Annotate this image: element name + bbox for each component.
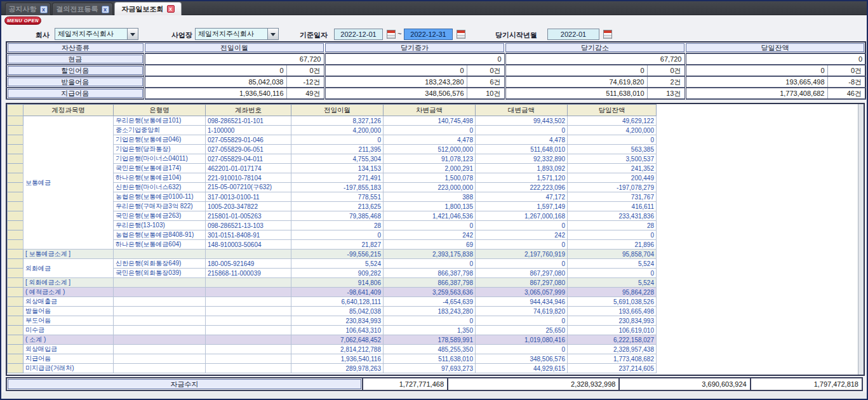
row-selector-cell[interactable] bbox=[8, 164, 23, 173]
bank-name-cell[interactable]: 국민은행(외화통장039) bbox=[114, 269, 206, 278]
amount-cell[interactable]: 47,172 bbox=[476, 192, 568, 202]
amount-cell[interactable]: 211,395 bbox=[291, 145, 384, 154]
row-selector-cell[interactable] bbox=[8, 335, 23, 345]
amount-cell[interactable]: 8,327,126 bbox=[291, 116, 384, 126]
date-from-input[interactable]: 2022-12-01 bbox=[334, 29, 383, 40]
amount-cell[interactable]: 388 bbox=[384, 192, 476, 202]
tab-voucher-entry[interactable]: 결의전표등록 x bbox=[52, 3, 113, 15]
account-number-cell[interactable] bbox=[206, 297, 291, 307]
chevron-down-icon[interactable] bbox=[127, 29, 138, 39]
amount-cell[interactable]: 241,352 bbox=[568, 164, 657, 173]
amount-cell[interactable]: 4,200,000 bbox=[291, 126, 384, 135]
amount-cell[interactable]: -99,556,215 bbox=[291, 250, 384, 259]
bank-name-cell[interactable] bbox=[114, 278, 206, 288]
account-name-cell[interactable]: 받을어음 bbox=[23, 307, 114, 316]
amount-cell[interactable]: 242 bbox=[384, 230, 476, 240]
amount-cell[interactable]: 1,936,540,116 bbox=[291, 354, 384, 364]
row-selector-cell[interactable] bbox=[8, 192, 23, 202]
amount-cell[interactable]: 0 bbox=[384, 259, 476, 269]
account-name-cell[interactable]: 외상매출금 bbox=[23, 297, 114, 307]
amount-cell[interactable]: 2,814,212,788 bbox=[291, 345, 384, 354]
amount-cell[interactable]: 778,551 bbox=[291, 192, 384, 202]
row-selector-cell[interactable] bbox=[8, 250, 23, 259]
amount-cell[interactable]: 21,896 bbox=[568, 240, 657, 250]
amount-cell[interactable]: 731,767 bbox=[568, 192, 657, 202]
menu-open-button[interactable]: MENU OPEN bbox=[4, 17, 41, 25]
amount-cell[interactable]: 0 bbox=[476, 345, 568, 354]
table-row[interactable]: 미수금106,643,3101,35025,650106,619,010 bbox=[8, 326, 657, 335]
amount-cell[interactable]: 222,223,096 bbox=[476, 183, 568, 192]
amount-cell[interactable]: 416,611 bbox=[568, 202, 657, 211]
amount-cell[interactable]: 0 bbox=[291, 135, 384, 145]
bank-name-cell[interactable] bbox=[114, 307, 206, 316]
amount-cell[interactable]: 134,153 bbox=[291, 164, 384, 173]
table-row[interactable]: 보통예금우리은행(보통예금101)098-286521-01-1018,327,… bbox=[8, 116, 657, 126]
row-selector-cell[interactable] bbox=[8, 316, 23, 326]
amount-cell[interactable]: 7,062,648,452 bbox=[291, 335, 384, 345]
account-number-cell[interactable]: 180-005-921649 bbox=[206, 259, 291, 269]
amount-cell[interactable]: 183,243,280 bbox=[384, 307, 476, 316]
amount-cell[interactable]: 69 bbox=[384, 240, 476, 250]
amount-cell[interactable]: 6,222,158,027 bbox=[568, 335, 657, 345]
amount-cell[interactable]: 4,755,304 bbox=[291, 154, 384, 164]
amount-cell[interactable]: 867,297,080 bbox=[476, 278, 568, 288]
row-selector-cell[interactable] bbox=[8, 202, 23, 211]
bank-name-cell[interactable]: 기업은행(마이너스04011) bbox=[114, 154, 206, 164]
amount-cell[interactable]: 0 bbox=[568, 135, 657, 145]
amount-cell[interactable]: 233,431,836 bbox=[568, 211, 657, 221]
amount-cell[interactable]: 348,506,576 bbox=[476, 354, 568, 364]
date-to-input[interactable]: 2022-12-31 bbox=[404, 29, 453, 40]
amount-cell[interactable]: 44,929,615 bbox=[476, 364, 568, 373]
close-icon[interactable]: x bbox=[40, 6, 48, 13]
vertical-scrollbar[interactable] bbox=[858, 104, 864, 375]
amount-cell[interactable]: 3,065,057,999 bbox=[476, 288, 568, 297]
table-row[interactable]: 부도어음230,834,99300230,834,993 bbox=[8, 316, 657, 326]
bank-name-cell[interactable] bbox=[114, 345, 206, 354]
amount-cell[interactable]: 6,640,128,111 bbox=[291, 297, 384, 307]
calendar-icon[interactable] bbox=[457, 30, 465, 39]
amount-cell[interactable]: 1,893,092 bbox=[476, 164, 568, 173]
amount-cell[interactable]: 237,214,605 bbox=[568, 364, 657, 373]
row-selector-cell[interactable] bbox=[8, 154, 23, 164]
account-number-cell[interactable] bbox=[206, 250, 291, 259]
amount-cell[interactable]: 0 bbox=[291, 230, 384, 240]
account-number-cell[interactable] bbox=[206, 354, 291, 364]
amount-cell[interactable]: 289,978,263 bbox=[291, 364, 384, 373]
account-number-cell[interactable] bbox=[206, 278, 291, 288]
amount-cell[interactable]: -4,654,639 bbox=[384, 297, 476, 307]
bank-name-cell[interactable]: 농협은행(보통예금8408-91) bbox=[114, 230, 206, 240]
amount-cell[interactable]: 909,282 bbox=[291, 269, 384, 278]
row-selector-cell[interactable] bbox=[8, 116, 23, 126]
row-selector-cell[interactable] bbox=[8, 326, 23, 335]
account-name-cell[interactable]: [ 외화예금소계 ] bbox=[23, 278, 114, 288]
account-number-cell[interactable]: 462201-01-017174 bbox=[206, 164, 291, 173]
account-number-cell[interactable] bbox=[206, 288, 291, 297]
amount-cell[interactable]: 485,255,350 bbox=[384, 345, 476, 354]
account-number-cell[interactable]: 027-055829-04-011 bbox=[206, 154, 291, 164]
period-start-input[interactable]: 2022-01 bbox=[547, 29, 599, 40]
amount-cell[interactable]: 0 bbox=[384, 316, 476, 326]
amount-cell[interactable]: 867,297,080 bbox=[476, 269, 568, 278]
table-row[interactable]: 외화예금신한은행(외화통장649)180-005-9216495,524005,… bbox=[8, 259, 657, 269]
account-number-cell[interactable]: 148-910003-50604 bbox=[206, 240, 291, 250]
bank-name-cell[interactable] bbox=[114, 354, 206, 364]
bank-name-cell[interactable] bbox=[114, 297, 206, 307]
amount-cell[interactable]: 106,643,310 bbox=[291, 326, 384, 335]
amount-cell[interactable]: 99,443,502 bbox=[476, 116, 568, 126]
bank-name-cell[interactable]: 하나은행(보통예금604) bbox=[114, 240, 206, 250]
amount-cell[interactable]: 97,693,273 bbox=[384, 364, 476, 373]
amount-cell[interactable]: 1,350 bbox=[384, 326, 476, 335]
amount-cell[interactable]: 1,800,135 bbox=[384, 202, 476, 211]
amount-cell[interactable]: 25,650 bbox=[476, 326, 568, 335]
row-selector-cell[interactable] bbox=[8, 259, 23, 269]
account-number-cell[interactable]: 301-0151-8408-91 bbox=[206, 230, 291, 240]
close-icon[interactable]: x bbox=[167, 5, 175, 13]
bank-name-cell[interactable]: 우리은행(보통예금101) bbox=[114, 116, 206, 126]
amount-cell[interactable]: 92,332,890 bbox=[476, 154, 568, 164]
bank-name-cell[interactable]: 우리은행(13-103) bbox=[114, 221, 206, 230]
account-number-cell[interactable] bbox=[206, 335, 291, 345]
amount-cell[interactable]: 3,259,563,636 bbox=[384, 288, 476, 297]
bank-name-cell[interactable]: 신한은행(마이너스632) bbox=[114, 183, 206, 192]
row-selector-cell[interactable] bbox=[8, 240, 23, 250]
table-row[interactable]: ( 예적금소계 )-98,641,4093,259,563,6363,065,0… bbox=[8, 288, 657, 297]
